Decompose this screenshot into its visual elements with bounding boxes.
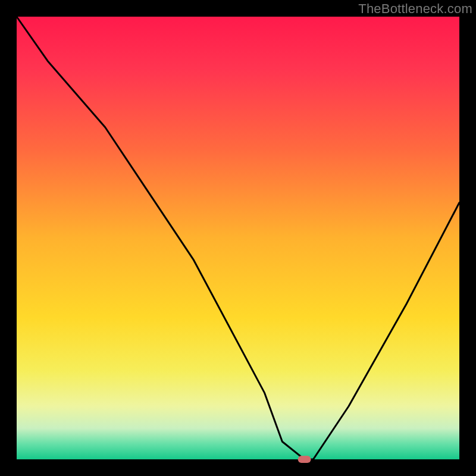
chart-frame: TheBottleneck.com [0,0,476,476]
chart-background [17,17,459,459]
bottleneck-chart [0,0,476,476]
watermark-text: TheBottleneck.com [358,1,472,17]
optimal-marker [298,456,311,463]
